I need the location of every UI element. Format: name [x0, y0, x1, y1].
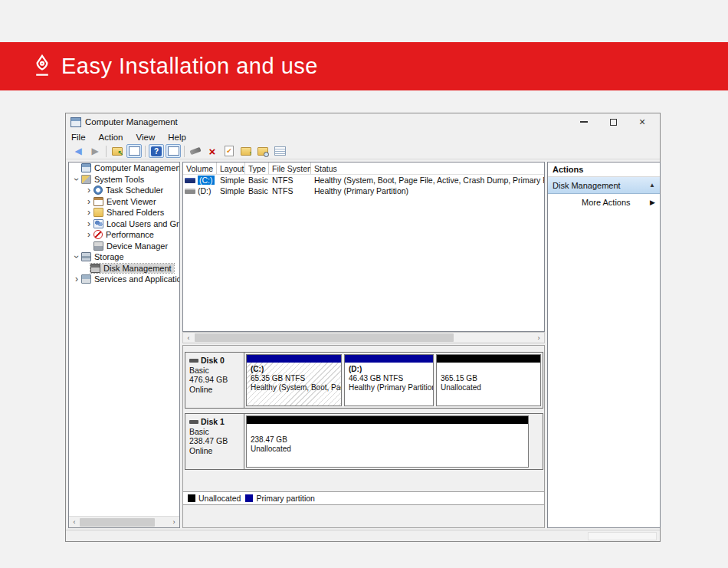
- event-viewer-icon: [93, 197, 103, 206]
- column-status[interactable]: Status: [311, 163, 544, 174]
- expand-closed-icon[interactable]: ›: [72, 275, 81, 283]
- menu-view[interactable]: View: [136, 133, 156, 142]
- help-button[interactable]: ?: [149, 144, 164, 158]
- scroll-right-icon[interactable]: ›: [533, 334, 544, 342]
- disk1-label[interactable]: Disk 1 Basic 238.47 GB Online: [185, 414, 244, 469]
- tree-item-disk-management[interactable]: Disk Management: [69, 263, 179, 274]
- pen-nib-icon: [29, 54, 55, 80]
- expand-closed-icon[interactable]: ›: [84, 186, 93, 194]
- column-volume[interactable]: Volume: [183, 163, 217, 174]
- scroll-thumb[interactable]: [80, 518, 155, 527]
- volume-name-selected: (C:): [198, 176, 215, 185]
- disk-icon: [189, 359, 198, 363]
- explore-button[interactable]: [255, 144, 271, 158]
- back-icon: ◀: [74, 146, 81, 156]
- toolbar-separator: [145, 146, 146, 157]
- cell-status: Healthy (System, Boot, Page File, Active…: [311, 176, 544, 185]
- volume-list-header: Volume Layout Type File System Status: [183, 163, 544, 175]
- help-icon: ?: [151, 146, 162, 156]
- main-horizontal-scrollbar[interactable]: ‹ ›: [182, 332, 545, 343]
- tree-item-device-manager[interactable]: Device Manager: [69, 241, 179, 252]
- tree-item-computer-management[interactable]: Computer Management (Local: [69, 163, 179, 174]
- maximize-button[interactable]: [598, 113, 628, 130]
- delete-button[interactable]: ×: [205, 144, 220, 158]
- details-icon: [274, 146, 286, 156]
- unallocated-strip: [247, 416, 528, 424]
- services-icon: [81, 274, 91, 284]
- check-task-button[interactable]: ✔: [221, 144, 237, 158]
- tree-item-label: Disk Management: [103, 264, 172, 273]
- actions-group-disk-management[interactable]: Disk Management ▲: [548, 177, 660, 194]
- menu-help[interactable]: Help: [168, 133, 186, 142]
- console-tree: Computer Management (Local › System Tool…: [68, 162, 180, 528]
- column-file-system[interactable]: File System: [269, 163, 311, 174]
- tree-item-event-viewer[interactable]: › Event Viewer: [69, 196, 179, 208]
- expand-closed-icon[interactable]: ›: [84, 198, 93, 205]
- tree-item-system-tools[interactable]: › System Tools: [69, 174, 179, 186]
- tree-item-performance[interactable]: › Performance: [69, 229, 179, 241]
- titlebar[interactable]: Computer Management ×: [66, 113, 660, 130]
- volume-row-c[interactable]: (C:) Simple Basic NTFS Healthy (System, …: [183, 175, 544, 186]
- details-view-button[interactable]: [272, 144, 287, 158]
- column-layout[interactable]: Layout: [217, 163, 245, 174]
- volume-name: (D:): [198, 186, 212, 195]
- export-button[interactable]: ↑: [238, 144, 254, 158]
- cell-file-system: NTFS: [269, 176, 311, 185]
- show-actions-pane-button[interactable]: [166, 144, 181, 158]
- tree-item-local-users-and-groups[interactable]: › Local Users and Groups: [69, 218, 179, 230]
- expand-closed-icon[interactable]: ›: [84, 220, 93, 228]
- volume-row-d[interactable]: (D:) Simple Basic NTFS Healthy (Primary …: [183, 186, 544, 196]
- minimize-button[interactable]: [569, 113, 598, 130]
- folder-up-icon: ↖: [112, 147, 123, 156]
- cell-status: Healthy (Primary Partition): [311, 186, 544, 195]
- disk0-label[interactable]: Disk 0 Basic 476.94 GB Online: [185, 353, 244, 408]
- expand-closed-icon[interactable]: ›: [84, 231, 93, 238]
- actions-pane-icon: [168, 146, 179, 156]
- expand-open-icon[interactable]: ›: [73, 175, 80, 184]
- tree-item-storage[interactable]: › Storage: [69, 251, 179, 263]
- tree-item-label: Storage: [94, 252, 124, 261]
- scroll-left-icon[interactable]: ‹: [183, 334, 194, 342]
- toolbar-separator: [106, 146, 107, 157]
- submenu-right-icon: ▶: [650, 199, 655, 206]
- expand-open-icon[interactable]: ›: [73, 252, 80, 261]
- scroll-right-icon[interactable]: ›: [169, 518, 179, 526]
- tree-item-services-and-applications[interactable]: › Services and Applications: [69, 274, 179, 285]
- tree-item-label: System Tools: [94, 175, 144, 184]
- shared-folders-icon: [93, 208, 103, 217]
- page: Easy Installation and use Computer Manag…: [0, 0, 728, 568]
- menu-file[interactable]: File: [71, 133, 86, 142]
- primary-partition-swatch-icon: [245, 494, 253, 502]
- disk-state: Online: [189, 385, 244, 395]
- scroll-thumb[interactable]: [195, 333, 454, 342]
- actions-pane: Actions Disk Management ▲ More Actions ▶: [547, 162, 661, 528]
- partition-d[interactable]: (D:) 46.43 GB NTFS Healthy (Primary Part…: [344, 354, 434, 406]
- menu-action[interactable]: Action: [99, 133, 123, 142]
- forward-button[interactable]: ▶: [87, 144, 103, 158]
- partition-unallocated[interactable]: 365.15 GB Unallocated: [436, 354, 541, 406]
- close-button[interactable]: ×: [628, 113, 657, 130]
- actions-header: Actions: [548, 163, 660, 177]
- partition-unallocated[interactable]: 238.47 GB Unallocated: [246, 415, 529, 468]
- tree-item-shared-folders[interactable]: › Shared Folders: [69, 207, 179, 218]
- show-console-tree-button[interactable]: [126, 144, 142, 158]
- rescan-button[interactable]: [188, 144, 203, 158]
- back-button[interactable]: ◀: [71, 144, 86, 158]
- legend-label: Unallocated: [198, 494, 241, 503]
- more-actions-item[interactable]: More Actions ▶: [548, 194, 660, 211]
- disk-name: Disk 1: [201, 417, 225, 427]
- system-tools-icon: [81, 175, 91, 184]
- partition-size: 238.47 GB: [251, 435, 526, 445]
- disk-size: 238.47 GB: [189, 436, 244, 446]
- tree-item-task-scheduler[interactable]: › Task Scheduler: [69, 185, 179, 196]
- scroll-left-icon[interactable]: ‹: [69, 518, 80, 526]
- toolbar-separator: [184, 146, 185, 157]
- partition-health: Unallocated: [251, 445, 526, 454]
- column-type[interactable]: Type: [245, 163, 269, 174]
- disk-kind: Basic: [189, 427, 244, 437]
- expand-closed-icon[interactable]: ›: [84, 208, 93, 216]
- up-level-button[interactable]: ↖: [110, 144, 125, 158]
- tree-horizontal-scrollbar[interactable]: ‹ ›: [69, 516, 179, 527]
- partition-c[interactable]: (C:) 65.35 GB NTFS Healthy (System, Boot…: [246, 354, 342, 406]
- collapse-up-icon[interactable]: ▲: [649, 182, 655, 189]
